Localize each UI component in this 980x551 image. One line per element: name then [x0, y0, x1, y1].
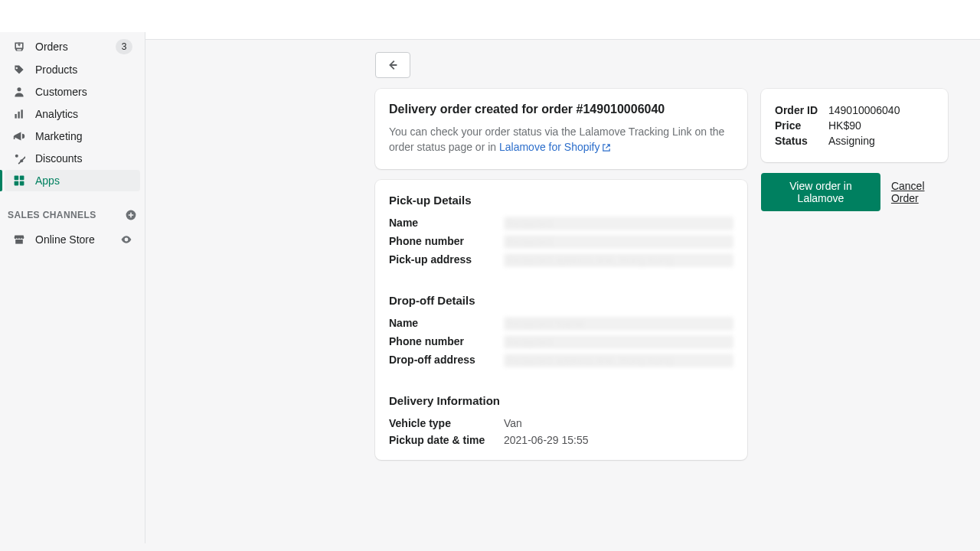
sidebar-item-customers[interactable]: Customers [5, 81, 140, 103]
sidebar-item-label: Customers [35, 86, 87, 98]
sidebar-item-label: Products [35, 64, 77, 76]
sidebar-item-label: Analytics [35, 108, 78, 120]
dropoff-details-title: Drop-off Details [375, 280, 747, 315]
back-button[interactable] [375, 52, 410, 78]
order-id-row: Order ID 149010006040 [775, 103, 934, 118]
pickup-name-label: Name [389, 217, 504, 229]
cancel-order-link[interactable]: Cancel Order [891, 180, 948, 204]
sidebar-item-analytics[interactable]: Analytics [5, 103, 140, 125]
pickup-phone-label: Phone number [389, 235, 504, 247]
sidebar-item-marketing[interactable]: Marketing [5, 126, 140, 147]
delivery-created-text: You can check your order status via the … [389, 124, 733, 155]
sidebar-item-label: Apps [35, 174, 60, 187]
pickup-address-value: Redacted address line, Hong Kong [504, 253, 733, 267]
svg-rect-8 [20, 176, 24, 181]
order-id-value: 149010006040 [828, 104, 934, 116]
sidebar-item-label: Discounts [35, 152, 82, 165]
megaphone-icon [12, 129, 26, 143]
user-icon [12, 85, 26, 99]
delivery-info-title: Delivery Information [375, 380, 747, 415]
bar-chart-icon [12, 107, 26, 121]
svg-rect-7 [15, 176, 19, 181]
sidebar-item-label: Orders [35, 41, 68, 53]
delivery-created-title: Delivery order created for order #149010… [389, 103, 733, 116]
vehicle-type-value: Van [504, 417, 733, 429]
sidebar-item-discounts[interactable]: Discounts [5, 148, 140, 169]
pickup-address-row: Pick-up address Redacted address line, H… [375, 251, 747, 269]
svg-rect-2 [18, 112, 19, 119]
pickup-name-value: Redacted [504, 217, 733, 230]
plus-circle-icon[interactable] [125, 209, 137, 221]
dropoff-address-row: Drop-off address Redacted address line, … [375, 351, 747, 370]
sidebar-item-apps[interactable]: Apps [5, 170, 140, 191]
top-bar [0, 0, 980, 40]
delivery-created-card: Delivery order created for order #149010… [375, 89, 747, 169]
sidebar: Orders 3 Products Customers Analytics [0, 32, 145, 543]
svg-rect-3 [21, 109, 22, 118]
pickup-time-value: 2021-06-29 15:55 [504, 434, 733, 446]
dropoff-phone-value: Redacted [504, 335, 733, 349]
main-content: Delivery order created for order #149010… [145, 40, 980, 551]
svg-rect-9 [15, 181, 19, 186]
sidebar-item-online-store[interactable]: Online Store [5, 229, 140, 250]
order-id-label: Order ID [775, 104, 828, 116]
svg-rect-10 [20, 181, 24, 186]
svg-point-0 [17, 87, 21, 91]
lalamove-shopify-link[interactable]: Lalamove for Shopify [499, 141, 611, 153]
svg-point-4 [15, 155, 18, 158]
order-summary-card: Order ID 149010006040 Price HK$90 Status… [761, 89, 948, 162]
sidebar-section-sales-channels: SALES CHANNELS [0, 204, 145, 226]
vehicle-type-label: Vehicle type [389, 417, 504, 429]
view-order-lalamove-button[interactable]: View order in Lalamove [761, 173, 880, 211]
dropoff-address-value: Redacted address line, Hong Kong [504, 354, 733, 367]
svg-rect-1 [15, 114, 16, 119]
percent-icon [12, 152, 26, 165]
svg-rect-6 [18, 155, 25, 164]
pickup-address-label: Pick-up address [389, 253, 504, 266]
price-label: Price [775, 119, 828, 132]
dropoff-address-label: Drop-off address [389, 354, 504, 366]
status-value: Assigning [828, 135, 934, 147]
pickup-name-row: Name Redacted [375, 214, 747, 233]
orders-count-badge: 3 [116, 39, 132, 54]
arrow-left-icon [386, 58, 400, 72]
dropoff-name-label: Name [389, 317, 504, 329]
pickup-phone-row: Phone number Redacted [375, 233, 747, 251]
status-row: Status Assigning [775, 133, 934, 148]
tag-icon [12, 63, 26, 77]
pickup-time-row: Pickup date & time 2021-06-29 15:55 [375, 432, 747, 460]
dropoff-name-value: Redacted Name [504, 317, 733, 331]
details-card: Pick-up Details Name Redacted Phone numb… [375, 180, 747, 460]
dropoff-phone-row: Phone number Redacted [375, 333, 747, 351]
sidebar-item-orders[interactable]: Orders 3 [5, 35, 140, 58]
pickup-time-label: Pickup date & time [389, 434, 504, 446]
pickup-phone-value: Redacted [504, 235, 733, 249]
vehicle-type-row: Vehicle type Van [375, 415, 747, 432]
external-link-icon [602, 143, 611, 152]
apps-icon [12, 174, 26, 187]
price-value: HK$90 [828, 119, 934, 132]
sidebar-item-label: Marketing [35, 130, 82, 142]
inbox-icon [12, 40, 26, 54]
store-icon [12, 233, 26, 246]
price-row: Price HK$90 [775, 118, 934, 133]
sidebar-item-label: Online Store [35, 233, 95, 246]
sidebar-section-label: SALES CHANNELS [8, 210, 96, 220]
dropoff-name-row: Name Redacted Name [375, 315, 747, 333]
eye-icon[interactable] [120, 233, 132, 246]
dropoff-phone-label: Phone number [389, 335, 504, 347]
pickup-details-title: Pick-up Details [375, 180, 747, 214]
sidebar-item-products[interactable]: Products [5, 59, 140, 80]
order-actions: View order in Lalamove Cancel Order [761, 173, 948, 211]
status-label: Status [775, 135, 828, 147]
